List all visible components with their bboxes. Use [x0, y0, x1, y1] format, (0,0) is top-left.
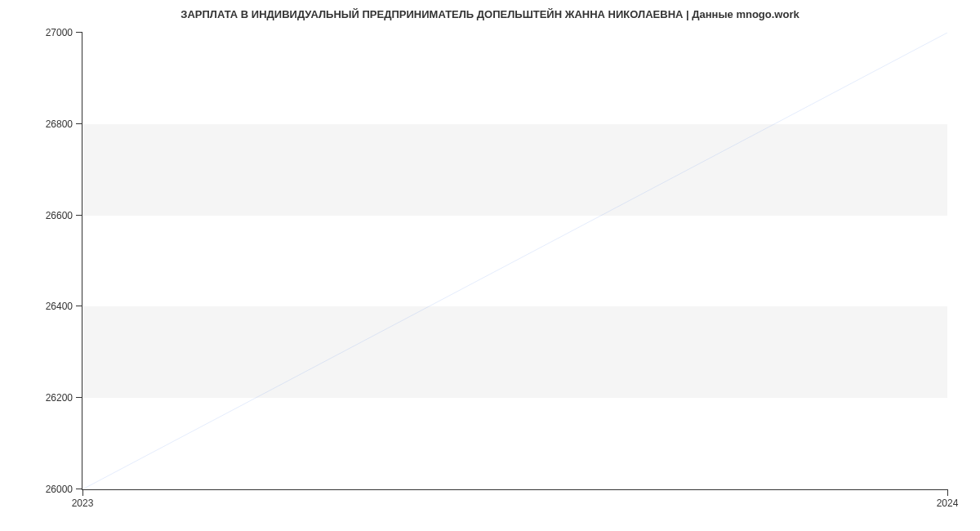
x-tick-label: 2023: [72, 489, 94, 509]
y-tick-label: 26800: [46, 118, 82, 130]
data-line: [82, 33, 947, 489]
y-tick-label: 26200: [46, 392, 82, 404]
chart-title: ЗАРПЛАТА В ИНДИВИДУАЛЬНЫЙ ПРЕДПРИНИМАТЕЛ…: [0, 0, 980, 25]
y-tick-label: 26400: [46, 301, 82, 312]
x-tick-label: 2024: [937, 489, 959, 509]
y-tick-label: 27000: [46, 27, 82, 38]
svg-line-0: [82, 33, 947, 489]
chart-container: 26000 26200 26400 26600 26800 27000 2023…: [82, 33, 947, 490]
grid-band: [82, 124, 947, 216]
grid-band: [82, 306, 947, 398]
y-tick-label: 26600: [46, 210, 82, 221]
plot-area: 26000 26200 26400 26600 26800 27000 2023…: [82, 33, 947, 490]
